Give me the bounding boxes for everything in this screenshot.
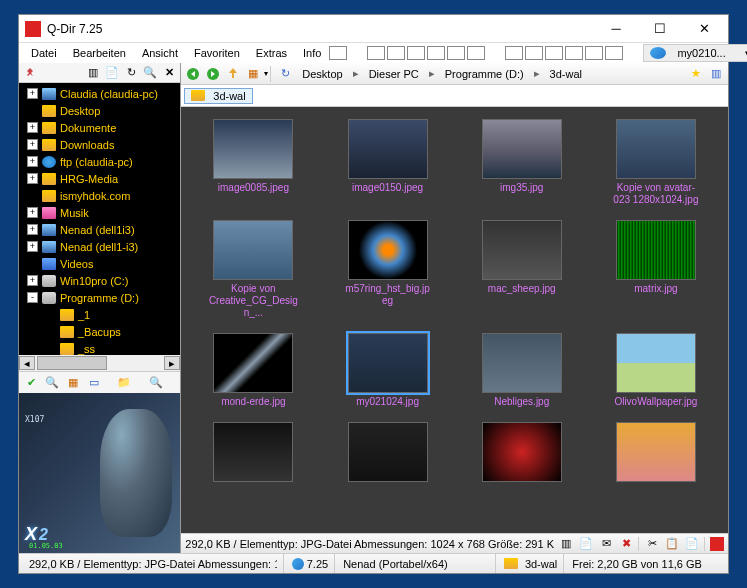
menu-info[interactable]: Info <box>295 45 329 61</box>
check-icon[interactable]: ✔ <box>22 374 40 392</box>
tree-node[interactable]: +Dokumente <box>19 119 180 136</box>
cut-icon[interactable]: ✂ <box>644 536 660 552</box>
delete-icon[interactable]: ✖ <box>618 536 634 552</box>
thumbnail-item[interactable]: Kopie von avatar-023 1280x1024.jpg <box>592 115 720 210</box>
layout-icon[interactable] <box>407 46 425 60</box>
tree-node[interactable]: +ftp (claudia-pc) <box>19 153 180 170</box>
expand-icon[interactable]: + <box>27 241 38 252</box>
layout-icon[interactable] <box>367 46 385 60</box>
thumbnail-item[interactable] <box>592 418 720 489</box>
thumbnail-item[interactable]: image0150.jpeg <box>323 115 451 210</box>
minimize-button[interactable]: ─ <box>594 16 638 42</box>
thumbnail-item[interactable]: mac_sheep.jpg <box>458 216 586 323</box>
crumb-desktop[interactable]: Desktop <box>296 67 348 81</box>
back-button[interactable] <box>184 65 202 83</box>
slideshow-icon[interactable]: ▭ <box>85 374 103 392</box>
search-icon[interactable]: 🔍 <box>43 374 61 392</box>
layout-icon[interactable] <box>467 46 485 60</box>
address-combo[interactable]: my0210... ▾ <box>643 44 747 62</box>
thumbnail-item[interactable] <box>189 418 317 489</box>
layout-icon[interactable] <box>585 46 603 60</box>
expand-icon[interactable]: + <box>27 156 38 167</box>
tree-node[interactable]: +Claudia (claudia-pc) <box>19 85 180 102</box>
tree-node[interactable]: +Downloads <box>19 136 180 153</box>
thumbnail-item[interactable]: matrix.jpg <box>592 216 720 323</box>
folder-icon[interactable]: 📁 <box>115 374 133 392</box>
forward-button[interactable] <box>204 65 222 83</box>
layout-icon[interactable] <box>447 46 465 60</box>
tree-node[interactable]: +Nenad (dell1i3) <box>19 221 180 238</box>
close-button[interactable]: ✕ <box>682 16 726 42</box>
expand-icon[interactable]: + <box>27 224 38 235</box>
refresh-icon[interactable]: ↻ <box>123 65 139 81</box>
folder-tree[interactable]: +Claudia (claudia-pc)Desktop+Dokumente+D… <box>19 83 180 355</box>
tree-node[interactable]: Videos <box>19 255 180 272</box>
search-icon[interactable]: 🔍 <box>142 65 158 81</box>
expand-icon[interactable]: + <box>27 207 38 218</box>
tree-node[interactable]: +Nenad (dell1-i3) <box>19 238 180 255</box>
layout-icon[interactable] <box>565 46 583 60</box>
tree-node[interactable]: +HRG-Media <box>19 170 180 187</box>
thumbnail-item[interactable]: my021024.jpg <box>323 329 451 412</box>
chevron-down-icon[interactable]: ▾ <box>264 69 268 78</box>
crumb-3dwal[interactable]: 3d-wal <box>544 67 588 81</box>
thumbnail-item[interactable]: mond-erde.jpg <box>189 329 317 412</box>
layout-icon[interactable] <box>525 46 543 60</box>
layout-icon[interactable]: ▥ <box>707 65 725 83</box>
tree-node[interactable]: _Bacups <box>19 323 180 340</box>
thumbnail-grid[interactable]: image0085.jpegimage0150.jpegimg35.jpgKop… <box>181 107 728 533</box>
doc-icon[interactable]: 📄 <box>578 536 594 552</box>
chevron-right-icon[interactable]: ▸ <box>532 67 542 80</box>
layout-icon[interactable] <box>427 46 445 60</box>
chevron-right-icon[interactable]: ▸ <box>427 67 437 80</box>
tree-node[interactable]: -Programme (D:) <box>19 289 180 306</box>
scroll-left-icon[interactable]: ◂ <box>19 356 35 370</box>
layout-icon[interactable] <box>605 46 623 60</box>
tree-node[interactable]: Desktop <box>19 102 180 119</box>
expand-icon[interactable]: + <box>27 275 38 286</box>
crumb-programme[interactable]: Programme (D:) <box>439 67 530 81</box>
expand-icon[interactable]: + <box>27 139 38 150</box>
thumbnail-item[interactable]: Kopie von Creative_CG_Design_... <box>189 216 317 323</box>
thumbnail-item[interactable] <box>458 418 586 489</box>
mail-icon[interactable]: ✉ <box>598 536 614 552</box>
tree-icon[interactable]: 📄 <box>104 65 120 81</box>
tree-node[interactable]: _ss <box>19 340 180 355</box>
collapse-icon[interactable]: - <box>27 292 38 303</box>
expand-icon[interactable]: + <box>27 122 38 133</box>
menu-ansicht[interactable]: Ansicht <box>134 45 186 61</box>
menu-extras[interactable]: Extras <box>248 45 295 61</box>
pin-icon[interactable] <box>22 65 38 81</box>
crumb-dieser-pc[interactable]: Dieser PC <box>363 67 425 81</box>
copy-icon[interactable]: 📋 <box>664 536 680 552</box>
thumbnail-item[interactable]: m57ring_hst_big.jpeg <box>323 216 451 323</box>
layout-icon[interactable] <box>505 46 523 60</box>
layout-toggle-icon[interactable]: ▥ <box>85 65 101 81</box>
zoom-icon[interactable]: 🔍 <box>147 374 165 392</box>
tree-node[interactable]: +Musik <box>19 204 180 221</box>
app-icon[interactable] <box>710 537 724 551</box>
folder-tab[interactable]: 3d-wal <box>184 88 252 104</box>
tree-node[interactable]: +Win10pro (C:) <box>19 272 180 289</box>
thumbnail-item[interactable]: image0085.jpeg <box>189 115 317 210</box>
refresh-icon[interactable]: ↻ <box>276 65 294 83</box>
layout-icon[interactable] <box>545 46 563 60</box>
tree-hscrollbar[interactable]: ◂ ▸ <box>19 355 180 371</box>
menu-favoriten[interactable]: Favoriten <box>186 45 248 61</box>
layout-icon[interactable] <box>329 46 347 60</box>
favorite-icon[interactable]: ★ <box>687 65 705 83</box>
view-icon[interactable]: ▦ <box>64 374 82 392</box>
expand-icon[interactable]: + <box>27 88 38 99</box>
chevron-right-icon[interactable]: ▸ <box>351 67 361 80</box>
expand-icon[interactable]: + <box>27 173 38 184</box>
paste-icon[interactable]: 📄 <box>684 536 700 552</box>
maximize-button[interactable]: ☐ <box>638 16 682 42</box>
thumbnail-item[interactable]: Nebliges.jpg <box>458 329 586 412</box>
scroll-right-icon[interactable]: ▸ <box>164 356 180 370</box>
menu-datei[interactable]: Datei <box>23 45 65 61</box>
thumbnail-item[interactable]: OlivoWallpaper.jpg <box>592 329 720 412</box>
menu-bearbeiten[interactable]: Bearbeiten <box>65 45 134 61</box>
layout-icon[interactable] <box>387 46 405 60</box>
close-pane-icon[interactable]: ✕ <box>161 65 177 81</box>
grid-view-icon[interactable]: ▦ <box>244 65 262 83</box>
